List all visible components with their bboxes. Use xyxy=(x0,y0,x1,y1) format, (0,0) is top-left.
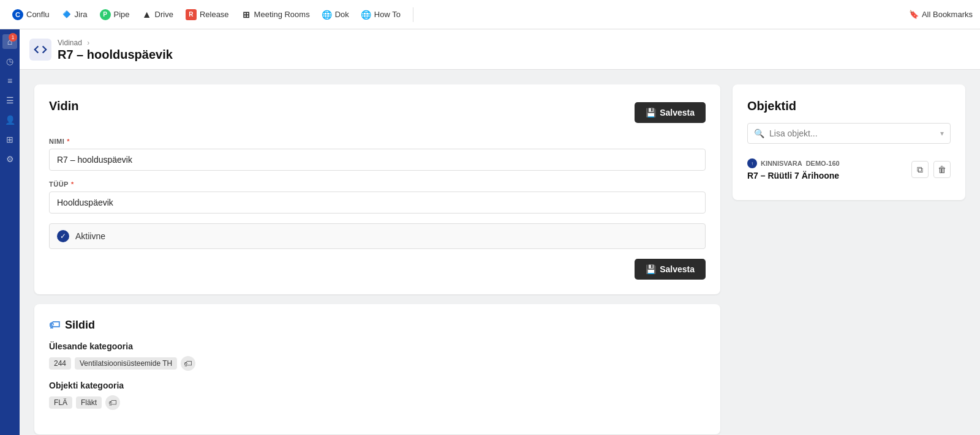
page-title: R7 – hoolduspäevik xyxy=(58,48,173,62)
sidebar-item-recent[interactable]: ◷ xyxy=(2,54,17,69)
bookmarks-button[interactable]: 🔖 All Bookmarks xyxy=(909,10,973,19)
search-input[interactable] xyxy=(769,128,935,138)
tyyp-required: * xyxy=(71,180,74,188)
bookmark-icon: 🔖 xyxy=(909,10,919,19)
pipe-icon: P xyxy=(100,9,111,20)
save-btn-row-bottom: 💾 Salvesta xyxy=(49,259,706,280)
topbar-pipe-label: Pipe xyxy=(114,10,130,19)
aktiivne-row[interactable]: ✓ Aktiivne xyxy=(49,223,706,249)
topbar-drive-label: Drive xyxy=(155,10,173,19)
add-tag-1-button[interactable]: 🏷 xyxy=(181,356,195,371)
sildid-card: 🏷 Sildid Ülesande kategooria 244 Ventila… xyxy=(34,304,720,434)
topbar-conflu-label: Conflu xyxy=(26,10,50,19)
nimi-required: * xyxy=(67,138,70,145)
tag-244: 244 xyxy=(49,357,71,370)
content-area: Vidinad › R7 – hoolduspäevik Vidin 💾 Sal… xyxy=(20,29,980,435)
object-copy-button[interactable]: ⧉ xyxy=(911,161,929,178)
save-icon-bottom: 💾 xyxy=(646,264,656,274)
category1-label: Ülesande kategooria xyxy=(49,341,706,351)
topbar-jira-label: Jira xyxy=(75,10,88,19)
vidin-card-title: Vidin xyxy=(49,99,79,113)
page-header: Vidinad › R7 – hoolduspäevik xyxy=(20,29,980,70)
save-label-bottom: Salvesta xyxy=(660,264,695,274)
topbar-how-to[interactable]: 🌐 How To xyxy=(356,7,405,23)
topbar-separator xyxy=(413,7,413,22)
object-delete-button[interactable]: 🗑 xyxy=(933,161,951,178)
tag-ventilatsiooni: Ventilatsioonisüsteemide TH xyxy=(75,357,177,370)
howto-icon: 🌐 xyxy=(361,10,371,20)
topbar-pipe[interactable]: P Pipe xyxy=(95,6,135,23)
breadcrumb: Vidinad › R7 – hoolduspäevik xyxy=(58,37,173,62)
topbar: C Conflu 🔷 Jira P Pipe ▲ Drive R Release… xyxy=(0,0,980,29)
left-column: Vidin 💾 Salvesta NIMI * xyxy=(34,84,720,420)
tyyp-label: TÜÜP * xyxy=(49,180,706,188)
breadcrumb-chevron: › xyxy=(87,39,89,47)
topbar-release[interactable]: R Release xyxy=(181,6,234,23)
sidebar-badge: 1 xyxy=(9,33,17,42)
search-box[interactable]: 🔍 ▾ xyxy=(747,123,951,144)
topbar-drive[interactable]: ▲ Drive xyxy=(137,7,178,23)
topbar-jira[interactable]: 🔷 Jira xyxy=(57,7,92,23)
topbar-meeting-rooms[interactable]: ⊞ Meeting Rooms xyxy=(236,7,315,23)
save-button-top[interactable]: 💾 Salvesta xyxy=(635,102,706,123)
category2-label: Objekti kategooria xyxy=(49,381,706,390)
topbar-howto-label: How To xyxy=(374,10,401,19)
release-icon: R xyxy=(186,9,197,20)
drive-icon: ▲ xyxy=(142,10,152,20)
sidebar: 1 ⌂ ◷ ≡ ☰ 👤 ⊞ ⚙ xyxy=(0,29,20,435)
topbar-release-label: Release xyxy=(200,10,229,19)
aktiivne-group: ✓ Aktiivne xyxy=(49,223,706,249)
tag-row-1: 244 Ventilatsioonisüsteemide TH 🏷 xyxy=(49,356,706,371)
add-tag-2-button[interactable]: 🏷 xyxy=(105,395,120,410)
page-icon xyxy=(29,39,51,61)
sildid-icon: 🏷 xyxy=(49,319,60,332)
object-name: R7 – Rüütli 7 Ärihoone xyxy=(747,171,840,180)
tyyp-group: TÜÜP * xyxy=(49,180,706,214)
aktiivne-label: Aktiivne xyxy=(75,231,105,241)
jira-icon: 🔷 xyxy=(62,10,72,20)
save-button-bottom[interactable]: 💾 Salvesta xyxy=(635,259,706,280)
breadcrumb-parent: Vidinad › xyxy=(58,37,173,48)
sidebar-item-list1[interactable]: ≡ xyxy=(2,73,17,88)
nimi-label: NIMI * xyxy=(49,138,706,145)
object-left: ↑ KINNISVARA DEMO-160 R7 – Rüütli 7 Ärih… xyxy=(747,158,840,180)
tag-flakt: Fläkt xyxy=(76,396,102,409)
vidin-card: Vidin 💾 Salvesta NIMI * xyxy=(34,84,720,294)
main-layout: 1 ⌂ ◷ ≡ ☰ 👤 ⊞ ⚙ Vidinad › R7 – hoolduspä… xyxy=(0,29,980,435)
nimi-input[interactable] xyxy=(49,149,706,171)
sidebar-item-settings[interactable]: ⚙ xyxy=(2,152,17,166)
object-code: DEMO-160 xyxy=(806,160,840,167)
sildid-title: 🏷 Sildid xyxy=(49,319,706,332)
object-item: ↑ KINNISVARA DEMO-160 R7 – Rüütli 7 Ärih… xyxy=(747,154,951,185)
dok-icon: 🌐 xyxy=(322,10,332,20)
conflu-icon: C xyxy=(12,9,23,20)
checkbox-icon: ✓ xyxy=(57,230,69,242)
breadcrumb-parent-label: Vidinad xyxy=(58,39,82,47)
bookmarks-label: All Bookmarks xyxy=(922,10,973,19)
tyyp-input[interactable] xyxy=(49,191,706,214)
objektid-card: Objektid 🔍 ▾ ↑ KINNISVARA DEMO-160 xyxy=(733,84,965,200)
save-label-top: Salvesta xyxy=(660,108,695,117)
nimi-group: NIMI * xyxy=(49,138,706,171)
object-meta: ↑ KINNISVARA DEMO-160 xyxy=(747,158,840,168)
object-type: KINNISVARA xyxy=(761,160,802,167)
meeting-icon: ⊞ xyxy=(241,10,251,20)
topbar-conflu[interactable]: C Conflu xyxy=(7,6,55,23)
topbar-meeting-label: Meeting Rooms xyxy=(254,10,310,19)
sidebar-item-list2[interactable]: ☰ xyxy=(2,93,17,108)
topbar-dok-label: Dok xyxy=(335,10,349,19)
object-actions: ⧉ 🗑 xyxy=(911,161,951,178)
save-icon-top: 💾 xyxy=(646,108,656,117)
topbar-dok[interactable]: 🌐 Dok xyxy=(317,7,354,23)
page-content: Vidin 💾 Salvesta NIMI * xyxy=(20,70,980,435)
objektid-title: Objektid xyxy=(747,99,951,113)
search-icon: 🔍 xyxy=(754,128,764,138)
sidebar-item-user[interactable]: 👤 xyxy=(2,113,17,127)
tag-fla: FLÄ xyxy=(49,396,72,409)
object-type-icon: ↑ xyxy=(747,158,757,168)
tag-row-2: FLÄ Fläkt 🏷 xyxy=(49,395,706,410)
chevron-down-icon: ▾ xyxy=(940,129,944,138)
right-column: Objektid 🔍 ▾ ↑ KINNISVARA DEMO-160 xyxy=(733,84,965,420)
sidebar-item-table[interactable]: ⊞ xyxy=(2,132,17,147)
